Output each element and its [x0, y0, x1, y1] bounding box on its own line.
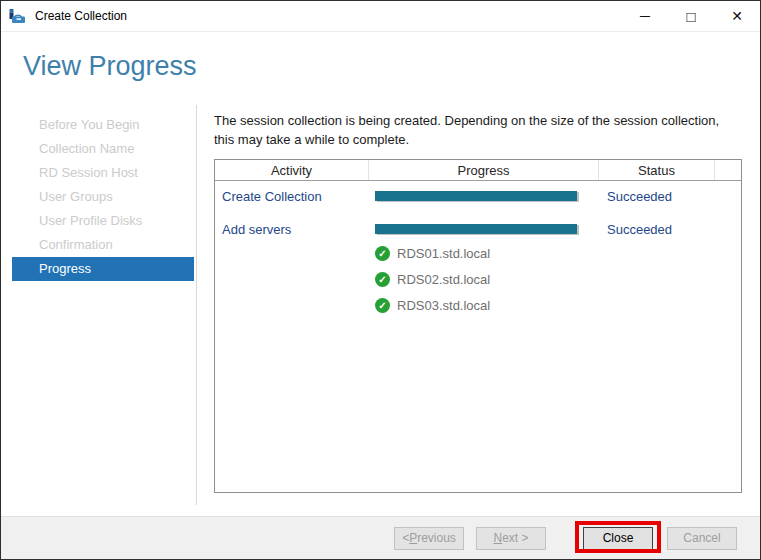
server-manager-icon [9, 8, 26, 25]
server-name: RDS03.std.local [397, 298, 490, 313]
progress-description: The session collection is being created.… [214, 111, 734, 149]
next-button[interactable]: Next > [476, 527, 546, 550]
progress-table: Activity Progress Status Create Collecti… [214, 159, 742, 493]
close-button-wrapper: Close [583, 527, 653, 550]
activity-label: Add servers [215, 222, 369, 237]
minimize-icon[interactable]: ─ [622, 1, 668, 31]
sidebar-item-confirmation: Confirmation [12, 233, 194, 257]
previous-label-pre: < [402, 531, 409, 545]
column-header-progress[interactable]: Progress [369, 160, 599, 180]
column-header-empty [715, 160, 741, 180]
close-button[interactable]: Close [583, 527, 653, 550]
title-bar: Create Collection ─ □ ✕ [1, 1, 760, 32]
status-label: Succeeded [599, 222, 715, 237]
server-result-row: ✓ RDS03.std.local [375, 295, 490, 315]
maximize-icon[interactable]: □ [668, 1, 714, 31]
previous-label-key: P [409, 531, 417, 545]
table-header-row: Activity Progress Status [215, 160, 741, 181]
close-window-icon[interactable]: ✕ [714, 1, 760, 31]
server-name: RDS02.std.local [397, 272, 490, 287]
sidebar-divider [196, 105, 197, 505]
create-collection-window: Create Collection ─ □ ✕ View Progress Be… [0, 0, 761, 560]
progress-bar-track [375, 191, 577, 201]
sidebar-item-collection-name: Collection Name [12, 137, 194, 161]
server-result-row: ✓ RDS01.std.local [375, 243, 490, 263]
footer-bar: < Previous Next > Close Cancel [1, 516, 760, 559]
table-body: Create Collection Succeeded Add servers … [215, 181, 741, 492]
success-check-icon: ✓ [375, 246, 390, 261]
sidebar-item-rd-session-host: RD Session Host [12, 161, 194, 185]
window-controls: ─ □ ✕ [622, 1, 760, 31]
previous-label-post: revious [417, 531, 456, 545]
next-label-post: ext > [502, 531, 528, 545]
progress-bar-track [375, 224, 577, 234]
table-row-create-collection: Create Collection Succeeded [215, 186, 741, 206]
column-header-activity[interactable]: Activity [215, 160, 369, 180]
progress-bar [375, 224, 577, 234]
status-label: Succeeded [599, 189, 715, 204]
table-row-add-servers: Add servers Succeeded [215, 219, 741, 239]
next-label-key: N [493, 531, 502, 545]
sidebar-item-progress[interactable]: Progress [12, 257, 194, 281]
window-title: Create Collection [35, 9, 127, 23]
sidebar-item-user-profile-disks: User Profile Disks [12, 209, 194, 233]
activity-label: Create Collection [215, 189, 369, 204]
progress-cell [369, 191, 599, 201]
success-check-icon: ✓ [375, 298, 390, 313]
progress-bar [375, 191, 577, 201]
server-name: RDS01.std.local [397, 246, 490, 261]
sidebar-item-user-groups: User Groups [12, 185, 194, 209]
progress-cell [369, 224, 599, 234]
success-check-icon: ✓ [375, 272, 390, 287]
previous-button[interactable]: < Previous [394, 527, 464, 550]
page-title: View Progress [23, 51, 197, 82]
sidebar-item-before-you-begin: Before You Begin [12, 113, 194, 137]
cancel-button[interactable]: Cancel [667, 527, 737, 550]
wizard-steps-sidebar: Before You Begin Collection Name RD Sess… [12, 113, 194, 281]
column-header-status[interactable]: Status [599, 160, 715, 180]
server-result-row: ✓ RDS02.std.local [375, 269, 490, 289]
